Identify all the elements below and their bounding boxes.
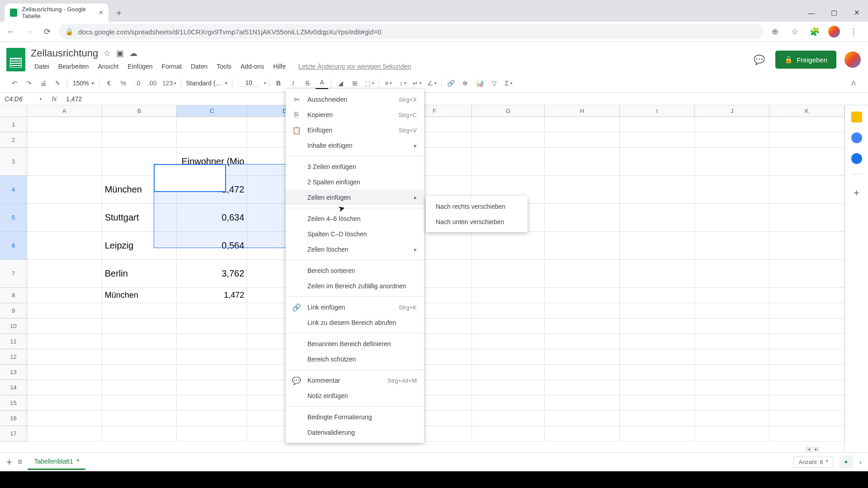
text-color-icon[interactable]: A (316, 77, 328, 89)
new-tab-button[interactable]: + (112, 6, 126, 20)
cell-G17[interactable] (472, 426, 545, 441)
ctx-paste[interactable]: 📋EinfügenStrg+V (286, 122, 424, 138)
account-avatar-icon[interactable] (844, 52, 861, 68)
cell-H9[interactable] (545, 303, 620, 319)
functions-icon[interactable]: Σ (502, 77, 515, 89)
cell-K1[interactable] (769, 117, 844, 132)
row-header-1[interactable]: 1 (0, 117, 27, 132)
cell-A17[interactable] (27, 426, 102, 441)
wrap-icon[interactable]: ↵ (411, 77, 424, 89)
cell-I7[interactable] (620, 260, 695, 288)
add-sheet-icon[interactable]: + (6, 456, 12, 468)
row-header-16[interactable]: 16 (0, 411, 27, 426)
font-select[interactable]: Standard (…▾ (184, 80, 229, 87)
name-box[interactable]: C4:D6 ▾ (0, 95, 45, 103)
cell-H14[interactable] (545, 380, 620, 395)
cell-I17[interactable] (620, 426, 695, 441)
cell-H12[interactable] (545, 349, 620, 365)
row-header-8[interactable]: 8 (0, 288, 27, 303)
cell-H15[interactable] (545, 395, 620, 411)
cell-B2[interactable] (102, 132, 177, 148)
cell-J2[interactable] (695, 132, 770, 148)
ctx-conditional-format[interactable]: Bedingte Formatierung (286, 409, 424, 425)
rotate-icon[interactable]: ∠ (425, 77, 439, 89)
cell-G3[interactable] (472, 148, 545, 176)
cell-H17[interactable] (545, 426, 620, 441)
halign-icon[interactable]: ≡ (382, 77, 395, 89)
cell-K16[interactable] (769, 411, 844, 426)
cell-C7[interactable]: 3,762 (177, 260, 247, 288)
ctx-protect-range[interactable]: Bereich schützen (286, 352, 424, 367)
cell-G1[interactable] (472, 117, 545, 132)
calendar-app-icon[interactable] (851, 112, 862, 122)
italic-icon[interactable]: I (287, 77, 299, 89)
cell-A2[interactable] (27, 132, 102, 148)
cell-B9[interactable] (102, 303, 177, 319)
cell-H7[interactable] (545, 260, 620, 288)
zoom-select[interactable]: 150%▾ (70, 80, 97, 87)
cell-B8[interactable]: München (102, 288, 177, 303)
profile-avatar-icon[interactable] (828, 26, 840, 38)
selection-count[interactable]: Anzahl: 6▾ (793, 456, 833, 468)
cell-K17[interactable] (769, 426, 844, 441)
cell-C2[interactable] (177, 132, 247, 148)
cell-H11[interactable] (545, 334, 620, 349)
cell-B11[interactable] (102, 334, 177, 349)
cell-A16[interactable] (27, 411, 102, 426)
cell-I10[interactable] (620, 319, 695, 334)
cell-C6[interactable]: 0,564 (177, 232, 247, 260)
percent-icon[interactable]: % (117, 77, 130, 89)
cell-I14[interactable] (620, 380, 695, 395)
cell-B10[interactable] (102, 319, 177, 334)
cell-A7[interactable] (27, 260, 102, 288)
cell-A5[interactable] (27, 204, 102, 232)
ctx-copy[interactable]: ⎘KopierenStrg+C (286, 107, 424, 122)
cell-I3[interactable] (620, 148, 695, 176)
select-all-corner[interactable] (0, 105, 27, 117)
increase-decimal-icon[interactable]: .00 (146, 77, 159, 89)
star-icon[interactable]: ☆ (104, 48, 111, 58)
cell-I2[interactable] (620, 132, 695, 148)
cell-G14[interactable] (472, 380, 545, 395)
collapse-toolbar-icon[interactable]: ᐱ (847, 77, 860, 89)
ctx-named-range[interactable]: Benannten Bereich definieren (286, 336, 424, 352)
cell-G15[interactable] (472, 395, 545, 411)
cell-K4[interactable] (769, 176, 844, 204)
col-header-G[interactable]: G (472, 105, 545, 117)
cell-C17[interactable] (177, 426, 247, 441)
merge-cells-icon[interactable]: ⬚ (363, 77, 376, 89)
sub-shift-right[interactable]: Nach rechts verschieben (426, 199, 528, 214)
menu-edit[interactable]: Bearbeiten (55, 61, 93, 72)
cell-I9[interactable] (620, 303, 695, 319)
cell-J15[interactable] (695, 395, 770, 411)
cell-A8[interactable] (27, 288, 102, 303)
sheet-tab[interactable]: Tabellenblatt1▾ (28, 454, 85, 470)
document-name-input[interactable]: Zellausrichtung (31, 47, 98, 59)
cell-H5[interactable] (545, 204, 620, 232)
ctx-cut[interactable]: ✂AusschneidenStrg+X (286, 92, 424, 107)
cell-B12[interactable] (102, 349, 177, 365)
cell-J12[interactable] (695, 349, 770, 365)
col-header-C[interactable]: C (177, 105, 247, 117)
ctx-note[interactable]: Notiz einfügen (286, 388, 424, 404)
cell-I8[interactable] (620, 288, 695, 303)
cell-K12[interactable] (769, 349, 844, 365)
cell-H6[interactable] (545, 232, 620, 260)
cell-I4[interactable] (620, 176, 695, 204)
cell-A4[interactable] (27, 176, 102, 204)
col-header-I[interactable]: I (620, 105, 695, 117)
cell-B4[interactable]: München (102, 176, 177, 204)
cell-I13[interactable] (620, 365, 695, 380)
cell-A12[interactable] (27, 349, 102, 365)
row-header-10[interactable]: 10 (0, 319, 27, 334)
overflow-menu-icon[interactable]: ⋮ (847, 27, 860, 37)
nav-forward-icon[interactable]: → (23, 27, 35, 37)
paint-format-icon[interactable]: ✎ (52, 77, 64, 89)
row-header-14[interactable]: 14 (0, 380, 27, 395)
cell-K5[interactable] (769, 204, 844, 232)
cell-K7[interactable] (769, 260, 844, 288)
tasks-app-icon[interactable] (851, 153, 862, 164)
menu-view[interactable]: Ansicht (94, 61, 122, 72)
cell-J1[interactable] (695, 117, 770, 132)
comment-tool-icon[interactable]: ⊕ (459, 77, 472, 89)
